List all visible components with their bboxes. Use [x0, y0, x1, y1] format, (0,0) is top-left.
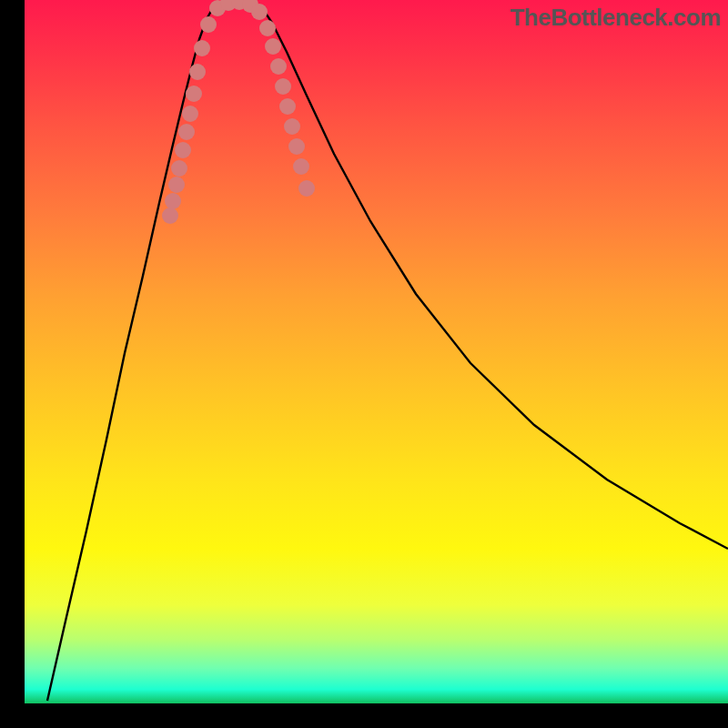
marker-point — [186, 86, 202, 102]
marker-point — [270, 58, 287, 75]
marker-point — [284, 118, 300, 135]
marker-point — [175, 142, 191, 158]
plot-area: TheBottleneck.com — [25, 0, 728, 703]
v-curve — [47, 2, 728, 701]
marker-point — [162, 207, 178, 224]
marker-point — [259, 20, 276, 36]
marker-point — [275, 78, 291, 95]
marker-point — [265, 38, 281, 55]
marker-point — [189, 64, 206, 80]
marker-point — [298, 180, 315, 197]
marker-point — [293, 158, 309, 175]
marker-group — [162, 0, 315, 224]
curve-svg — [25, 0, 728, 703]
marker-point — [279, 98, 296, 115]
marker-point — [288, 138, 305, 155]
marker-point — [171, 160, 187, 177]
marker-point — [165, 193, 181, 209]
marker-point — [251, 4, 268, 20]
marker-point — [200, 16, 217, 33]
chart-frame: TheBottleneck.com — [0, 0, 728, 728]
marker-point — [168, 177, 185, 193]
marker-point — [182, 106, 198, 122]
marker-point — [178, 124, 195, 140]
marker-point — [194, 40, 210, 56]
